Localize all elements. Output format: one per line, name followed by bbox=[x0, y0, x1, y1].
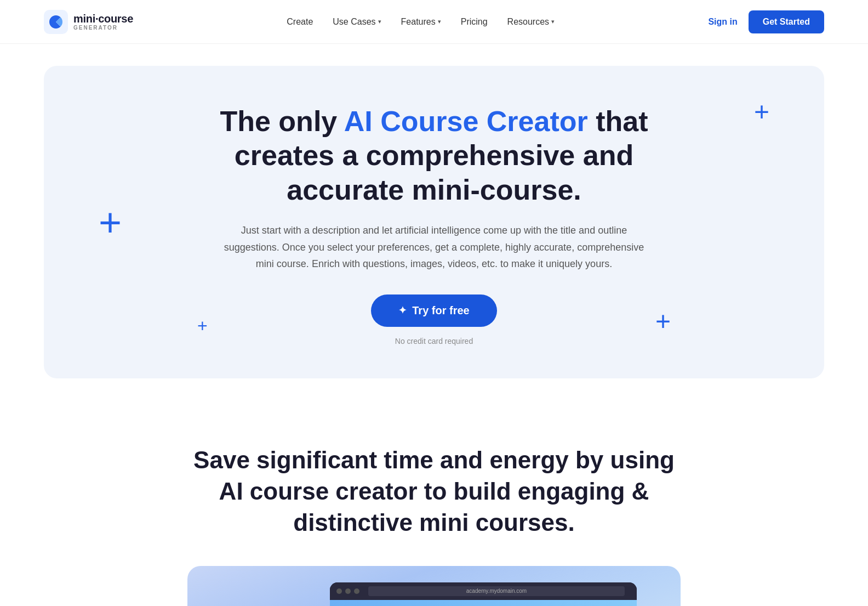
browser-dot-2 bbox=[345, 588, 351, 594]
nav-link-resources[interactable]: Resources ▾ bbox=[507, 17, 555, 27]
demo-card-wrapper: mini·course+ academy.mydomain.com bbox=[44, 566, 824, 606]
hero-subtitle: Just start with a description and let ar… bbox=[220, 222, 648, 273]
demo-card: mini·course+ academy.mydomain.com bbox=[187, 566, 681, 606]
nav-item-resources[interactable]: Resources ▾ bbox=[507, 17, 555, 27]
url-bar: academy.mydomain.com bbox=[368, 586, 625, 596]
plus-decoration-top-right: + bbox=[754, 99, 769, 125]
nav-link-use-cases[interactable]: Use Cases ▾ bbox=[333, 17, 381, 27]
plus-decoration-bottom-right: + bbox=[655, 308, 671, 335]
hero-card: + + + + The only AI Course Creator that … bbox=[44, 66, 824, 378]
demo-browser-mockup: academy.mydomain.com bbox=[330, 582, 637, 606]
nav-item-pricing[interactable]: Pricing bbox=[461, 17, 488, 27]
nav-item-create[interactable]: Create bbox=[287, 17, 313, 27]
nav-links: Create Use Cases ▾ Features ▾ Pricing Re… bbox=[287, 17, 555, 27]
browser-dot-1 bbox=[336, 588, 342, 594]
try-free-button[interactable]: ✦ Try for free bbox=[371, 294, 496, 327]
demo-browser-bar: academy.mydomain.com bbox=[330, 582, 637, 600]
logo-icon bbox=[44, 10, 68, 34]
hero-wrapper: + + + + The only AI Course Creator that … bbox=[0, 44, 868, 411]
chevron-down-icon: ▾ bbox=[438, 18, 441, 25]
plus-decoration-left: + bbox=[99, 202, 122, 242]
save-title: Save significant time and energy by usin… bbox=[187, 444, 681, 539]
navbar: mini·course GENERATOR Create Use Cases ▾… bbox=[0, 0, 868, 44]
get-started-button[interactable]: Get Started bbox=[749, 10, 824, 33]
plus-decoration-bottom-left: + bbox=[197, 317, 208, 335]
nav-actions: Sign in Get Started bbox=[708, 10, 824, 33]
browser-dot-3 bbox=[354, 588, 359, 594]
nav-link-create[interactable]: Create bbox=[287, 17, 313, 27]
signin-button[interactable]: Sign in bbox=[708, 17, 737, 27]
nav-link-features[interactable]: Features ▾ bbox=[401, 17, 441, 27]
save-section: Save significant time and energy by usin… bbox=[0, 411, 868, 606]
hero-title: The only AI Course Creator that creates … bbox=[198, 104, 670, 207]
demo-content-area bbox=[330, 600, 637, 606]
logo-text: mini·course GENERATOR bbox=[73, 13, 133, 31]
nav-item-features[interactable]: Features ▾ bbox=[401, 17, 441, 27]
chevron-down-icon: ▾ bbox=[378, 18, 381, 25]
no-credit-card-text: No credit card required bbox=[77, 337, 791, 346]
nav-link-pricing[interactable]: Pricing bbox=[461, 17, 488, 27]
nav-item-use-cases[interactable]: Use Cases ▾ bbox=[333, 17, 381, 27]
sparkle-icon: ✦ bbox=[398, 304, 407, 316]
chevron-down-icon: ▾ bbox=[551, 18, 555, 25]
logo[interactable]: mini·course GENERATOR bbox=[44, 10, 133, 34]
hero-cta-area: ✦ Try for free No credit card required bbox=[77, 294, 791, 346]
